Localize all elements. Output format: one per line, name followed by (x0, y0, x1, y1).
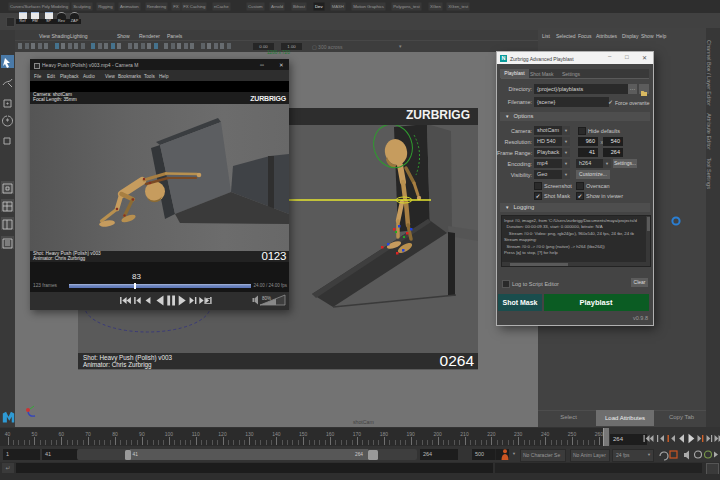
svg-text:80%: 80% (262, 296, 271, 301)
